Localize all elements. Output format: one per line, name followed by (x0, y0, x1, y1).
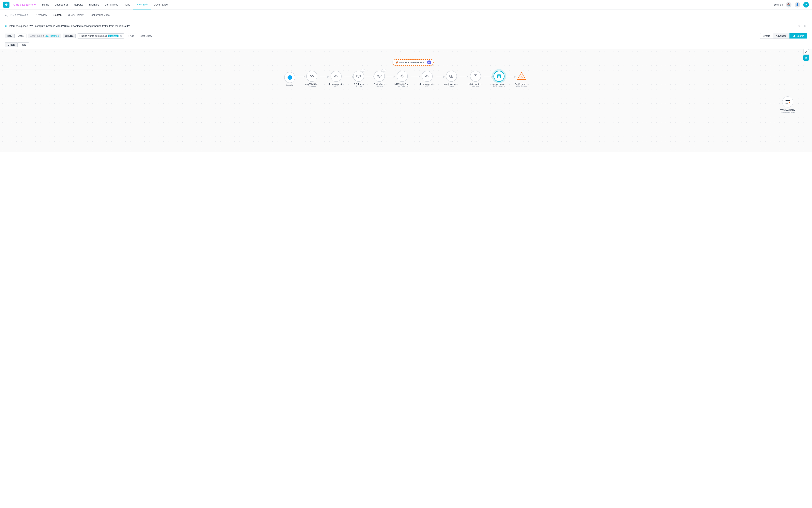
internet-node[interactable]: 🌐 (284, 72, 295, 83)
vpc1-node[interactable] (330, 71, 342, 82)
interfaces-badge: 2 (382, 69, 386, 72)
vpc2-type: VPC (425, 85, 429, 87)
ec2-type: EC2 Instance (493, 85, 505, 87)
svg-rect-11 (377, 75, 378, 76)
connector-3 (364, 77, 374, 77)
svg-line-3 (794, 36, 795, 37)
where-tag: WHERE (62, 34, 76, 38)
nav-settings[interactable]: Settings (773, 3, 783, 6)
tab-background-jobs[interactable]: Background Jobs (87, 12, 113, 18)
ec2-node[interactable] (493, 71, 504, 82)
svg-rect-24 (474, 75, 477, 78)
add-filter-button[interactable]: + Add (126, 34, 136, 38)
connector-8 (483, 77, 493, 77)
subnets-badge: 2 (361, 69, 365, 72)
vpc2-label: demo-foundat... (420, 83, 435, 85)
eni-label: eni-0eede0ee... (468, 83, 483, 85)
aws-ec2-badge[interactable]: 🦊 AWS EC2 instance that is... 11 (393, 59, 434, 66)
nav-dashboards[interactable]: Dashboards (52, 0, 71, 9)
asset-tag[interactable]: Asset (16, 34, 27, 38)
misc-type: Misconfiguration (780, 111, 795, 113)
search-icon (5, 13, 8, 17)
reset-query-button[interactable]: Reset Query (139, 35, 152, 37)
aws-badge-count: 11 (427, 60, 431, 65)
nodes-row: 🌐 Internet igw-08bd9fbf... Gateway (0, 71, 812, 87)
search-icon (793, 35, 796, 37)
ec2-label: pc-national-... (493, 83, 506, 85)
node-subnet2: public-subne... Subnet (444, 71, 458, 87)
zoom-reset-button[interactable]: ↺ (803, 55, 809, 60)
nav-inventory[interactable]: Inventory (86, 0, 102, 9)
query-reset-button[interactable]: ↺ (797, 23, 802, 29)
gateway-node[interactable] (306, 71, 317, 82)
zoom-fit-button[interactable]: ⤢ (803, 49, 809, 55)
svg-line-1 (7, 15, 8, 16)
brand-chevron: ▾ (34, 3, 36, 6)
nav-docs-icon[interactable]: 📚 (786, 2, 792, 7)
tab-search[interactable]: Search (50, 12, 65, 18)
eni-node[interactable] (470, 71, 481, 82)
nav-compliance[interactable]: Compliance (102, 0, 121, 9)
svg-rect-12 (380, 75, 381, 76)
connector-4 (385, 77, 395, 77)
misc-node[interactable] (782, 96, 793, 108)
node-interfaces: 2 2 Interfaces Interface (374, 71, 385, 87)
query-info-icon: ≡ (5, 24, 6, 28)
asset-type-tag[interactable]: Asset Type : EC2 Instance (28, 34, 61, 38)
advanced-mode-button[interactable]: Advanced (773, 33, 790, 39)
condition-tag[interactable]: Finding Name contains all 3 values ✕ (77, 33, 124, 39)
subnet2-type: Subnet (448, 85, 455, 87)
nav-home[interactable]: Home (40, 0, 52, 9)
node-subnets: 2 2 Subnets Subnet (353, 71, 364, 87)
nav-app-icon[interactable]: ✦ (803, 2, 809, 7)
investigate-title: INVESTIGATE (10, 14, 29, 16)
condition-close[interactable]: ✕ (120, 34, 122, 38)
svg-point-16 (401, 75, 403, 77)
vpc1-label: demo-foundat... (328, 83, 344, 85)
tab-query-library[interactable]: Query Library (65, 12, 87, 18)
svg-point-0 (5, 14, 7, 16)
connector-7 (458, 77, 468, 77)
connector-9 (506, 77, 515, 77)
node-gateway: igw-08bd9fbf... Gateway (305, 71, 319, 87)
svg-rect-8 (359, 75, 361, 77)
node-vpc1: demo-foundat... VPC (328, 71, 344, 87)
nav-reports[interactable]: Reports (71, 0, 86, 9)
tab-overview[interactable]: Overview (33, 12, 50, 18)
svg-point-2 (793, 35, 795, 37)
subnets-label: 2 Subnets (354, 83, 364, 85)
table-view-tab[interactable]: Table (17, 42, 29, 47)
investigate-logo: INVESTIGATE (5, 13, 29, 17)
nav-user-icon[interactable]: 👤 (795, 2, 800, 7)
nav-items: Home Dashboards Reports Inventory Compli… (40, 0, 170, 9)
aws-icon: 🦊 (395, 61, 398, 64)
subnets-node[interactable] (353, 71, 364, 82)
vpc1-type: VPC (334, 85, 338, 87)
nav-right: Settings 📚 👤 ✦ (773, 2, 809, 7)
misc-label: AWS EC2 inst... (780, 109, 796, 111)
interfaces-node[interactable] (374, 71, 385, 82)
traffic-label: Traffic from... (515, 83, 528, 85)
interfaces-label: 2 Interfaces (374, 83, 385, 85)
interfaces-type: Interface (375, 85, 383, 87)
graph-view-tab[interactable]: Graph (5, 42, 17, 47)
search-button[interactable]: Search (790, 33, 807, 39)
node-internet: 🌐 Internet (284, 72, 295, 86)
lb-node[interactable] (397, 71, 408, 82)
investigate-tabs: Overview Search Query Library Background… (33, 12, 113, 18)
simple-mode-button[interactable]: Simple (760, 33, 773, 39)
investigate-header: INVESTIGATE Overview Search Query Librar… (0, 9, 812, 21)
top-nav: Cloud Security ▾ Home Dashboards Reports… (0, 0, 812, 9)
nav-investigate[interactable]: Investigate (133, 0, 151, 9)
connector-2 (344, 77, 353, 77)
brand-button[interactable]: Cloud Security ▾ (11, 3, 38, 6)
misc-node-wrapper: AWS EC2 inst... Misconfiguration (780, 96, 796, 113)
traffic-node[interactable]: ⚠ (516, 71, 527, 82)
nav-governance[interactable]: Governance (151, 0, 170, 9)
subnet2-node[interactable] (446, 71, 457, 82)
vpc2-node[interactable] (421, 71, 433, 82)
nav-alerts[interactable]: Alerts (121, 0, 133, 9)
query-text: Internet exposed AWS compute instance wi… (9, 25, 795, 28)
query-save-button[interactable]: ⊞ (803, 23, 807, 29)
filter-right: Simple Advanced Search (760, 33, 807, 39)
